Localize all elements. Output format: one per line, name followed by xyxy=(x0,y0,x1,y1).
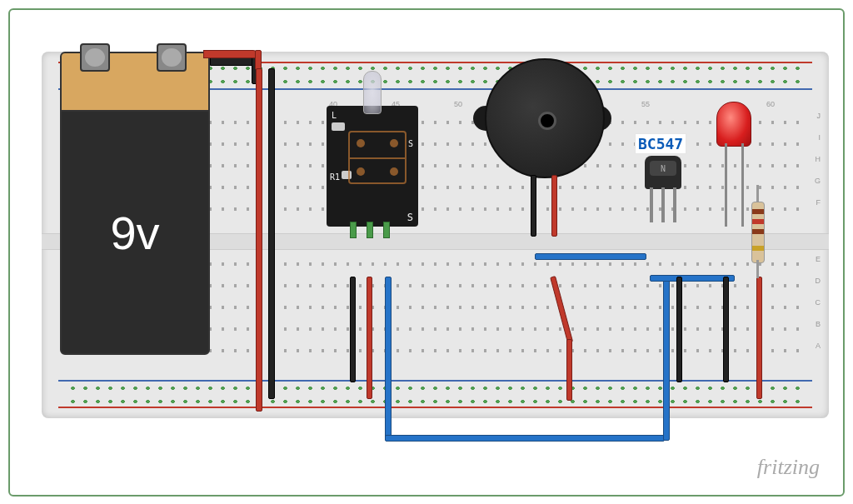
battery-terminal-neg xyxy=(80,43,110,72)
resistor-lead-bottom xyxy=(756,260,759,278)
transistor-label: BC547 xyxy=(635,133,686,154)
wire-red xyxy=(203,50,262,58)
row-lbl: D xyxy=(816,277,821,285)
wire-blue xyxy=(535,253,646,260)
col-num: 50 xyxy=(454,100,462,108)
buzzer xyxy=(485,58,605,178)
led-lead-cathode xyxy=(725,143,727,227)
module-pin-gnd xyxy=(350,222,357,238)
buzzer-lead-neg xyxy=(531,175,536,237)
battery-body: 9v xyxy=(60,110,210,355)
wire-black xyxy=(723,277,729,382)
module-s-bottom: S xyxy=(407,212,413,223)
resistor xyxy=(751,202,765,263)
battery-label: 9v xyxy=(110,206,159,260)
row-lbl: B xyxy=(816,320,821,328)
battery-9v: 9v xyxy=(60,52,207,352)
transistor-bc547: N xyxy=(645,156,681,189)
buzzer-hole xyxy=(538,112,556,130)
col-num: 55 xyxy=(641,100,650,108)
module-sensor-tube xyxy=(363,71,382,114)
row-lbl: G xyxy=(815,177,821,185)
power-rail-bottom-pos xyxy=(58,407,812,408)
trans-leg-c xyxy=(650,187,653,222)
module-pin-vcc xyxy=(367,222,373,238)
wire-red xyxy=(255,50,262,70)
resistor-band xyxy=(752,209,764,214)
resistor-band xyxy=(752,219,764,224)
wire-red xyxy=(367,277,372,399)
trans-leg-e xyxy=(673,187,676,222)
sensor-module: L S R1 S xyxy=(327,106,418,227)
wire-blue xyxy=(650,275,735,282)
wire-black xyxy=(676,277,682,382)
wire-red xyxy=(566,339,572,401)
module-l-label: L xyxy=(332,111,337,120)
row-lbl: I xyxy=(818,133,821,142)
trans-leg-b xyxy=(661,187,665,222)
wire-blue xyxy=(385,277,392,441)
resistor-band xyxy=(752,229,764,234)
module-smd xyxy=(332,122,345,131)
buzzer-lead-pos xyxy=(551,175,557,237)
wire-black xyxy=(350,277,356,382)
power-rail-bottom-neg xyxy=(58,380,812,382)
row-lbl: H xyxy=(816,155,821,163)
bus-dots-bottom-a xyxy=(67,386,804,391)
module-r1-label: R1 xyxy=(330,172,340,182)
transistor-face: N xyxy=(650,161,676,176)
bus-dots-bottom-b xyxy=(67,399,804,404)
row-lbl: E xyxy=(816,255,821,263)
module-s-top: S xyxy=(408,139,413,148)
row-lbl: C xyxy=(816,298,821,307)
row-lbl: F xyxy=(816,198,821,207)
wire-red xyxy=(756,277,762,399)
wire-blue xyxy=(385,435,665,442)
wire-black-rail-jumper xyxy=(268,68,275,399)
battery-terminal-pos xyxy=(157,43,187,72)
row-lbl: J xyxy=(817,112,821,120)
wire-red-rail-jumper xyxy=(256,68,262,412)
led-lead-anode xyxy=(741,143,744,227)
module-pin-signal xyxy=(383,222,390,238)
module-traces xyxy=(348,131,407,184)
diagram-frame: 30 35 40 45 50 55 60 J I H G F E D C B A… xyxy=(8,8,845,497)
tool-credit: fritzing xyxy=(757,455,820,480)
resistor-band xyxy=(752,246,764,251)
wire-blue xyxy=(663,277,670,441)
row-lbl: A xyxy=(816,342,821,350)
resistor-lead-top xyxy=(756,185,759,203)
led-red xyxy=(716,102,751,147)
col-num: 60 xyxy=(766,100,775,108)
